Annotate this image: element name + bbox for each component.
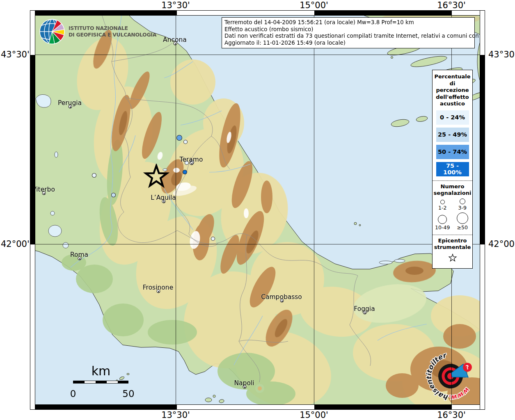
legend-signal-0: 1-2 [433,199,453,211]
axis-label-bottom-1: 13°30' [161,410,190,420]
signal-circle-icon [460,199,465,204]
city-label: Viterbo [32,186,55,193]
legend-panel: Percentuale di percezione dell'effetto a… [432,70,473,269]
city-label: Ancona [163,36,187,43]
scale-unit-label: km [87,364,115,378]
map-frame-right [480,10,485,410]
epicenter-star-marker [143,164,169,190]
signal-label: 10-49 [435,224,450,231]
legend-signal-1: 3-9 [453,199,473,211]
legend-signal-sizes: 1-23-910-49≥50 [433,199,472,231]
axis-label-bottom-2: 15°00' [300,410,328,420]
legend-color-classes: 0 - 24%25 - 49%50 - 74%75 - 100% [433,110,472,176]
map-frame-top [30,10,485,16]
legend-divider-2 [433,235,472,235]
city-label: Foggia [354,305,375,313]
axis-label-top-2: 15°00' [300,0,328,10]
gridline-parallel-43-30 [30,55,485,55]
city-label: Napoli [234,379,254,387]
legend-signals-title: Numero segnalazioni [433,183,472,197]
ingv-name: ISTITUTO NAZIONALE DI GEOFISICA E VULCAN… [69,25,156,38]
felt-report-point [211,237,215,241]
info-line-effect: Effetto acustico (rombo sismico) [224,26,472,33]
legend-title: Percentuale di percezione dell'effetto a… [433,73,472,107]
info-line-event: Terremoto del 14-04-2009 15:56:21 (ora l… [224,19,472,26]
felt-report-point [92,173,96,178]
gridline-meridian-15-00 [314,10,314,410]
gridline-meridian-13-30 [176,10,176,410]
legend-class-1: 25 - 49% [436,128,469,142]
legend-class-2: 50 - 74% [436,145,469,159]
macroseismic-map-page: 13°30' 15°00' 16°30' 13°30' 15°00' 16°30… [0,0,515,420]
city-label: Campobasso [261,293,302,301]
map-canvas: ? www.haisentitoilterremoto.it AnconaPer… [30,10,485,410]
map-frame-left [30,10,35,410]
signal-circle-icon [457,212,468,224]
scale-end-label: 50 [122,388,134,399]
axis-label-top-3: 16°30' [437,0,466,10]
signal-label: 1-2 [438,205,446,211]
legend-signal-2: 10-49 [433,212,453,231]
axis-label-left-1: 43°30' [1,50,28,59]
legend-divider [433,180,472,181]
haisentitoilterremoto-logo: ? www.haisentitoilterremoto.it [416,341,485,410]
felt-report-point [183,170,187,174]
axis-label-left-2: 42°00' [1,239,28,249]
signal-label: ≥50 [457,224,468,231]
felt-report-point [183,140,188,144]
legend-epicenter-title: Epicentro strumentale [433,237,472,251]
felt-report-point [176,135,182,141]
earthquake-info-box: Terremoto del 14-04-2009 15:56:21 (ora l… [222,17,475,48]
gridline-parallel-42-00 [30,244,485,244]
map-frame-bottom [30,404,485,410]
felt-report-point [111,193,116,197]
axis-label-right-2: 42°00' [488,239,515,249]
city-label: Frosinone [143,284,173,291]
signal-circle-icon [438,215,447,224]
legend-signal-3: ≥50 [453,212,473,231]
city-label: Perugia [58,99,82,107]
axis-label-bottom-3: 16°30' [437,410,466,420]
axis-label-top-1: 13°30' [161,0,190,10]
epicenter-star-icon [448,253,457,262]
ingv-globe-icon [39,18,65,45]
legend-class-3: 75 - 100% [436,162,469,176]
info-line-updated: Aggiornato il: 11-01-2026 15:49 (ora loc… [224,40,472,47]
info-line-source: Dati non verificati estratti da 73 quest… [224,33,472,40]
city-label: Roma [70,251,88,258]
scale-start-label: 0 [70,388,76,399]
city-label: L’Aquila [151,194,176,201]
scale-bar-segments [73,381,128,383]
signal-label: 3-9 [458,205,467,211]
ingv-logo: ISTITUTO NAZIONALE DI GEOFISICA E VULCAN… [39,18,156,45]
city-label: Teramo [180,156,203,163]
signal-circle-icon [440,200,445,204]
axis-label-right-1: 43°30' [488,50,515,59]
legend-class-0: 0 - 24% [436,110,469,125]
